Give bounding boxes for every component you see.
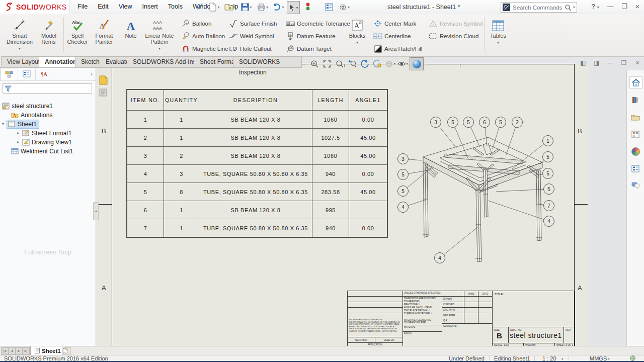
search-dropdown-caret[interactable]: ▾ — [572, 5, 577, 10]
magnetic-line-button[interactable]: Magnetic Line — [181, 43, 228, 54]
format-painter-button[interactable]: A Format Painter — [92, 18, 117, 45]
design-library-icon[interactable] — [629, 95, 641, 106]
rotate-view-icon[interactable] — [359, 58, 370, 69]
table-row[interactable]: 21SB BEAM 120 X 81027.545.00 — [127, 129, 387, 147]
tree-item-sheet-format1[interactable]: ▸ Sheet Format1 — [17, 129, 71, 137]
cell[interactable]: 6 — [127, 201, 164, 219]
search-input[interactable] — [512, 4, 565, 11]
datum-target-button[interactable]: A1 Datum Target — [286, 43, 332, 54]
tree-filter-box[interactable] — [3, 83, 92, 94]
restore-button[interactable]: ❐ — [618, 2, 631, 12]
cell[interactable]: 2 — [127, 129, 164, 147]
smart-dimension-button[interactable]: Smart Dimension▾ — [4, 18, 35, 52]
search-icon[interactable] — [565, 4, 572, 11]
tab-propertymanager[interactable] — [18, 68, 36, 80]
tree-item-root[interactable]: steel structure1 — [2, 102, 53, 110]
pin-menu-icon[interactable] — [197, 3, 203, 10]
cell[interactable]: TUBE, SQUARE 50.80 X 50.80 X 6.35 — [199, 165, 312, 183]
tab-solidworks-add-ins[interactable]: SOLIDWORKS Add-Ins — [127, 56, 202, 67]
cell[interactable]: 2 — [164, 147, 199, 165]
undo-button[interactable]: ▾ — [272, 1, 284, 13]
table-row[interactable]: 58TUBE, SQUARE 50.80 X 50.80 X 6.35283.5… — [127, 183, 387, 201]
view-palette-icon[interactable] — [629, 129, 641, 140]
forum-icon[interactable] — [629, 180, 641, 191]
linear-note-pattern-button[interactable]: AAAAAA Linear Note Pattern▾ — [142, 18, 177, 52]
first-sheet-button[interactable]: |◂ — [1, 347, 9, 355]
cell[interactable]: SB BEAM 120 X 8 — [199, 129, 312, 147]
datum-feature-button[interactable]: A Datum Feature — [286, 31, 336, 42]
hide-show-items-icon[interactable]: ▾ — [397, 58, 408, 69]
apply-scene-icon[interactable] — [410, 57, 424, 70]
open-file-button[interactable]: ▾ — [224, 1, 236, 13]
panel-splitter-handle[interactable]: ◂ — [93, 202, 99, 220]
help-button[interactable]: ? ▾ — [589, 2, 602, 12]
tab-featuremanager-tree[interactable] — [0, 68, 18, 80]
weldment-cut-list-table[interactable]: ITEM NO. QUANTITY DESCRIPTION LENGTH ANG… — [126, 89, 388, 238]
tree-item-drawing-view1[interactable]: ▸ Drawing View1 — [17, 138, 72, 146]
search-commands-box[interactable]: ▾ — [501, 2, 577, 13]
previous-view-icon[interactable] — [347, 58, 358, 69]
cell[interactable]: 45.00 — [349, 147, 388, 165]
minimize-button[interactable]: — — [604, 2, 617, 12]
revision-cloud-button[interactable]: Revision Cloud — [429, 31, 478, 42]
next-sheet-button[interactable]: ▸ — [15, 347, 23, 355]
tree-item-sheet1[interactable]: ▾ Sheet1 — [2, 120, 39, 128]
cell[interactable]: 1060 — [312, 147, 349, 165]
tables-button[interactable]: Tables▾ — [487, 18, 509, 46]
display-style-icon[interactable]: ▾ — [384, 58, 395, 69]
options-gear-button[interactable]: ▾ — [338, 1, 350, 13]
balloon-button[interactable]: 1 Balloon — [181, 18, 211, 29]
cell[interactable]: 1 — [164, 129, 199, 147]
prev-sheet-button[interactable]: ◂ — [8, 347, 16, 355]
tree-item-weldment-cut-list[interactable]: Weldment Cut List1 — [11, 147, 73, 155]
blocks-button[interactable]: A Blocks▾ — [347, 18, 367, 46]
center-mark-button[interactable]: Center Mark — [373, 18, 416, 29]
home-icon[interactable] — [629, 76, 642, 88]
cell[interactable]: 940 — [312, 165, 349, 183]
cell[interactable]: 1 — [164, 111, 199, 129]
cell[interactable]: 283.58 — [312, 183, 349, 201]
new-file-button[interactable]: ▾ — [208, 1, 220, 13]
cell[interactable]: SB BEAM 120 X 8 — [199, 201, 312, 219]
report-manager-icon[interactable] — [323, 1, 335, 13]
doc-close-button[interactable]: × — [633, 59, 642, 67]
geometric-tolerance-button[interactable]: 0.1 Geometric Tolerance — [286, 18, 350, 29]
cell[interactable]: 1 — [164, 201, 199, 219]
cell[interactable]: TUBE, SQUARE 50.80 X 50.80 X 6.35 — [199, 219, 312, 238]
cell[interactable]: 3 — [164, 165, 199, 183]
table-row[interactable]: 71TUBE, SQUARE 50.80 X 50.80 X 6.359400.… — [127, 219, 387, 238]
cell[interactable]: TUBE, SQUARE 50.80 X 50.80 X 6.35 — [199, 183, 312, 201]
cell[interactable]: 1 — [164, 219, 199, 238]
menu-view[interactable]: View — [114, 0, 137, 14]
cell[interactable]: 940 — [312, 219, 349, 238]
close-button[interactable]: × — [631, 2, 644, 12]
hole-callout-button[interactable]: Hole Callout — [229, 43, 272, 54]
tab-solidworks-inspection[interactable]: SOLIDWORKS Inspection — [233, 56, 302, 67]
cell[interactable]: 8 — [164, 183, 199, 201]
zoom-to-area-icon[interactable] — [321, 58, 333, 69]
file-explorer-icon[interactable] — [629, 112, 641, 123]
doc-minimize-button[interactable]: — — [606, 59, 615, 66]
cell[interactable]: 0.00 — [349, 165, 388, 183]
confirmation-corner-sheet-icon[interactable] — [99, 75, 108, 85]
area-hatch-fill-button[interactable]: Area Hatch/Fill — [373, 43, 422, 54]
expander-icon[interactable]: ▸ — [17, 140, 22, 144]
centerline-button[interactable]: Centerline — [373, 31, 411, 42]
pane-left-icon[interactable]: ◧ — [579, 59, 588, 66]
menu-edit[interactable]: Edit — [93, 0, 114, 14]
cell[interactable]: 45.00 — [349, 183, 388, 201]
spell-checker-button[interactable]: Abc Spell Checker — [65, 18, 90, 45]
tree-item-annotations[interactable]: A Annotations — [11, 111, 52, 119]
3d-drawing-view-icon[interactable] — [372, 58, 383, 69]
cell[interactable]: - — [349, 201, 388, 219]
cell[interactable]: SB BEAM 120 X 8 — [199, 111, 312, 129]
sheet1-tab[interactable]: Sheet1 — [30, 346, 65, 355]
surface-finish-button[interactable]: Surface Finish — [229, 18, 277, 29]
cell[interactable]: 0.00 — [349, 219, 388, 238]
cell[interactable]: 4 — [127, 165, 164, 183]
expander-icon[interactable]: ▸ — [17, 131, 22, 135]
print-button[interactable]: ▾ — [257, 1, 269, 13]
note-button[interactable]: A Note — [122, 18, 140, 39]
custom-properties-icon[interactable] — [629, 163, 641, 174]
cell[interactable]: 45.00 — [349, 129, 388, 147]
